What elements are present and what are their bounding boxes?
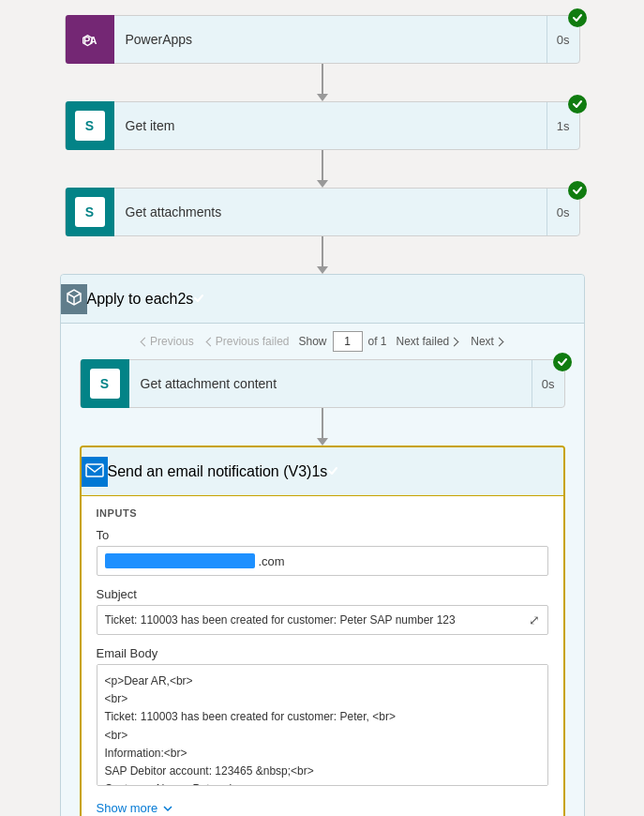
next-failed-button[interactable]: Next failed — [393, 333, 462, 350]
inputs-label: INPUTS — [97, 507, 548, 519]
get-attachment-content-icon: S — [81, 359, 129, 408]
inner-steps: S Get attachment content 0s — [61, 359, 584, 816]
arrow-3 — [317, 236, 328, 274]
previous-failed-label: Previous failed — [216, 335, 290, 348]
powerapps-step[interactable]: ⬡ PA PowerApps 0s — [65, 15, 580, 64]
subject-text: Ticket: 110003 has been created for cust… — [105, 613, 525, 627]
powerapps-success-badge — [568, 8, 587, 27]
arrow-1 — [317, 64, 328, 101]
show-more-chevron-icon — [161, 802, 174, 815]
to-redacted — [105, 553, 255, 568]
email-step-header[interactable]: Send an email notification (V3) 1s — [82, 447, 563, 496]
arrow-inner — [317, 408, 328, 446]
svg-text:PA: PA — [83, 35, 97, 46]
email-body-line-1: <p>Dear AR,<br> — [105, 672, 540, 690]
apply-each-success-badge — [193, 291, 204, 308]
email-body-line-7: Customer Name: Peter <br> — [105, 780, 540, 786]
get-attachments-success-badge — [568, 181, 587, 200]
get-item-icon: S — [66, 101, 114, 150]
arrow-2 — [317, 150, 328, 188]
get-item-success-badge — [568, 95, 587, 113]
email-time: 1s — [311, 463, 327, 480]
get-attachments-icon: S — [66, 188, 114, 236]
show-more-button[interactable]: Show more — [97, 797, 548, 816]
next-label: Next — [471, 335, 494, 348]
show-more-label: Show more — [97, 801, 158, 815]
email-body-line-4: <br> — [105, 727, 540, 745]
email-body-value: <p>Dear AR,<br> <br> Ticket: 110003 has … — [97, 664, 548, 786]
inputs-section: INPUTS To .com Subject Ticket: 110003 — [82, 496, 563, 816]
apply-each-time: 2s — [177, 291, 193, 308]
subject-field-group: Subject Ticket: 110003 has been created … — [97, 587, 548, 635]
powerapps-label: PowerApps — [114, 32, 547, 47]
email-label: Send an email notification (V3) — [108, 463, 312, 480]
apply-each-label: Apply to each — [87, 291, 178, 308]
email-icon — [82, 457, 108, 487]
show-label: Show — [298, 335, 326, 348]
email-success-badge — [327, 463, 338, 480]
subject-value: Ticket: 110003 has been created for cust… — [97, 605, 548, 635]
get-attachment-content-label: Get attachment content — [129, 376, 532, 391]
to-value: .com — [97, 546, 548, 576]
get-item-label: Get item — [114, 118, 547, 133]
svg-rect-4 — [82, 457, 108, 483]
email-body-line-3: Ticket: 110003 has been created for cust… — [105, 708, 540, 726]
email-body-line-5: Information:<br> — [105, 745, 540, 763]
email-step-expanded: Send an email notification (V3) 1s INPUT… — [80, 446, 565, 816]
get-item-step[interactable]: S Get item 1s — [65, 101, 580, 150]
expand-icon: ⤢ — [529, 612, 540, 627]
flow-container: ⬡ PA PowerApps 0s S Get item 1s S — [0, 0, 644, 816]
to-label: To — [97, 528, 548, 542]
get-attachment-content-step[interactable]: S Get attachment content 0s — [80, 359, 565, 408]
to-field-group: To .com — [97, 528, 548, 576]
previous-label: Previous — [150, 335, 194, 348]
apply-each-icon — [61, 284, 87, 314]
of-label: of 1 — [368, 335, 387, 348]
powerapps-icon: ⬡ PA — [66, 15, 114, 64]
previous-failed-button[interactable]: Previous failed — [203, 333, 293, 350]
subject-label: Subject — [97, 587, 548, 601]
email-body-label: Email Body — [97, 646, 548, 660]
pagination-bar: Previous Previous failed Show of 1 Next … — [61, 324, 584, 359]
apply-each-container: Apply to each 2s Previous Previous faile… — [60, 274, 585, 816]
previous-button[interactable]: Previous — [138, 333, 198, 350]
email-body-line-6: SAP Debitor account: 123465 &nbsp;<br> — [105, 763, 540, 780]
get-attachments-step[interactable]: S Get attachments 0s — [65, 188, 580, 236]
next-failed-label: Next failed — [397, 335, 450, 348]
email-body-line-2: <br> — [105, 690, 540, 708]
pagination-input[interactable] — [333, 331, 363, 352]
to-domain: .com — [259, 554, 285, 568]
email-body-field-group: Email Body <p>Dear AR,<br> <br> Ticket: … — [97, 646, 548, 786]
next-button[interactable]: Next — [467, 333, 506, 350]
get-attachment-content-success-badge — [553, 353, 572, 371]
get-attachments-label: Get attachments — [114, 204, 547, 219]
apply-each-step[interactable]: Apply to each 2s — [61, 275, 584, 324]
